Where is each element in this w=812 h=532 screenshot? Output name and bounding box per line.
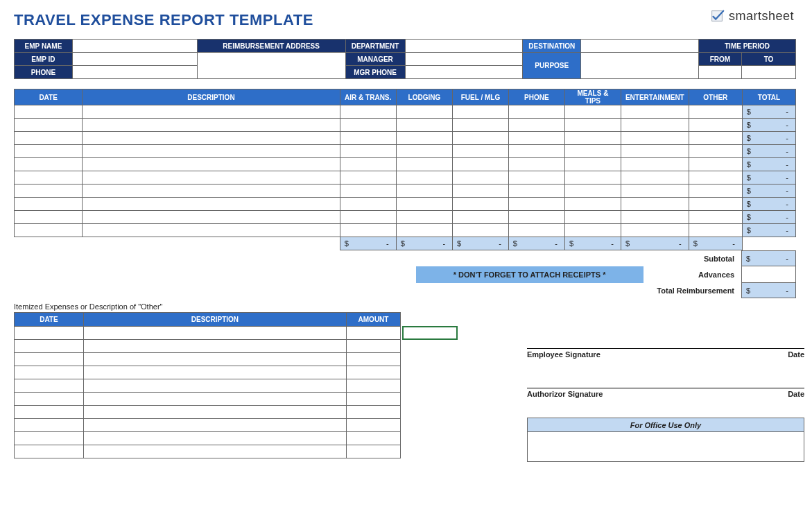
itemized-cell[interactable] bbox=[347, 445, 401, 458]
expense-cell[interactable] bbox=[621, 198, 689, 211]
expense-cell[interactable] bbox=[15, 105, 83, 119]
phone-field[interactable] bbox=[72, 66, 197, 79]
itemized-cell[interactable] bbox=[15, 366, 84, 379]
expense-cell[interactable] bbox=[396, 132, 452, 145]
expense-cell[interactable] bbox=[15, 119, 83, 132]
itemized-cell[interactable] bbox=[83, 393, 346, 406]
expense-cell[interactable] bbox=[689, 132, 742, 145]
expense-cell[interactable] bbox=[83, 224, 340, 237]
manager-field[interactable] bbox=[405, 53, 523, 66]
itemized-cell[interactable] bbox=[83, 327, 346, 340]
expense-cell[interactable] bbox=[689, 119, 742, 132]
itemized-cell[interactable] bbox=[347, 432, 401, 445]
expense-cell[interactable] bbox=[340, 224, 396, 237]
expense-cell[interactable] bbox=[340, 158, 396, 171]
itemized-cell[interactable] bbox=[83, 406, 346, 419]
expense-cell[interactable] bbox=[689, 105, 742, 119]
expense-cell[interactable] bbox=[564, 145, 621, 158]
expense-cell[interactable] bbox=[621, 119, 689, 132]
expense-cell[interactable] bbox=[396, 171, 452, 185]
to-field[interactable] bbox=[741, 66, 795, 79]
itemized-cell[interactable] bbox=[347, 353, 401, 366]
expense-cell[interactable] bbox=[564, 198, 621, 211]
expense-cell[interactable] bbox=[508, 198, 564, 211]
itemized-cell[interactable] bbox=[83, 366, 346, 379]
expense-cell[interactable] bbox=[453, 185, 509, 198]
expense-cell[interactable] bbox=[508, 171, 564, 185]
expense-cell[interactable] bbox=[15, 145, 83, 158]
expense-cell[interactable] bbox=[508, 185, 564, 198]
itemized-cell[interactable] bbox=[15, 419, 84, 432]
expense-cell[interactable] bbox=[621, 105, 689, 119]
itemized-cell[interactable] bbox=[347, 327, 401, 340]
expense-cell[interactable] bbox=[15, 132, 83, 145]
expense-cell[interactable] bbox=[621, 145, 689, 158]
expense-cell[interactable] bbox=[83, 211, 340, 224]
expense-cell[interactable] bbox=[83, 171, 340, 185]
itemized-cell[interactable] bbox=[15, 445, 84, 458]
expense-cell[interactable] bbox=[83, 185, 340, 198]
itemized-cell[interactable] bbox=[347, 379, 401, 393]
expense-cell[interactable] bbox=[396, 211, 452, 224]
expense-cell[interactable] bbox=[564, 171, 621, 185]
expense-cell[interactable] bbox=[83, 158, 340, 171]
itemized-cell[interactable] bbox=[83, 379, 346, 393]
mgr-phone-field[interactable] bbox=[405, 66, 523, 79]
expense-cell[interactable] bbox=[621, 224, 689, 237]
expense-cell[interactable] bbox=[15, 185, 83, 198]
itemized-cell[interactable] bbox=[15, 340, 84, 353]
office-use-body[interactable] bbox=[528, 432, 804, 461]
emp-name-field[interactable] bbox=[72, 40, 197, 53]
itemized-cell[interactable] bbox=[83, 340, 346, 353]
itemized-cell[interactable] bbox=[347, 340, 401, 353]
expense-cell[interactable] bbox=[689, 224, 742, 237]
expense-cell[interactable] bbox=[564, 185, 621, 198]
expense-cell[interactable] bbox=[340, 105, 396, 119]
expense-cell[interactable] bbox=[396, 198, 452, 211]
expense-cell[interactable] bbox=[689, 198, 742, 211]
itemized-cell[interactable] bbox=[83, 432, 346, 445]
destination-field[interactable] bbox=[581, 40, 699, 53]
expense-cell[interactable] bbox=[340, 119, 396, 132]
expense-cell[interactable] bbox=[340, 145, 396, 158]
expense-cell[interactable] bbox=[83, 105, 340, 119]
expense-cell[interactable] bbox=[396, 105, 452, 119]
expense-cell[interactable] bbox=[564, 132, 621, 145]
expense-cell[interactable] bbox=[453, 119, 509, 132]
itemized-cell[interactable] bbox=[83, 445, 346, 458]
expense-cell[interactable] bbox=[396, 158, 452, 171]
expense-cell[interactable] bbox=[340, 211, 396, 224]
expense-cell[interactable] bbox=[340, 171, 396, 185]
expense-cell[interactable] bbox=[83, 132, 340, 145]
expense-cell[interactable] bbox=[508, 105, 564, 119]
expense-cell[interactable] bbox=[83, 119, 340, 132]
expense-cell[interactable] bbox=[453, 198, 509, 211]
itemized-cell[interactable] bbox=[15, 406, 84, 419]
reimb-addr-field[interactable] bbox=[197, 53, 345, 79]
expense-cell[interactable] bbox=[15, 211, 83, 224]
itemized-cell[interactable] bbox=[347, 419, 401, 432]
purpose-field[interactable] bbox=[581, 53, 699, 79]
expense-cell[interactable] bbox=[689, 158, 742, 171]
expense-cell[interactable] bbox=[83, 198, 340, 211]
expense-cell[interactable] bbox=[564, 105, 621, 119]
expense-cell[interactable] bbox=[689, 171, 742, 185]
expense-cell[interactable] bbox=[508, 224, 564, 237]
expense-cell[interactable] bbox=[508, 145, 564, 158]
itemized-cell[interactable] bbox=[83, 353, 346, 366]
expense-cell[interactable] bbox=[396, 224, 452, 237]
expense-cell[interactable] bbox=[340, 132, 396, 145]
expense-cell[interactable] bbox=[508, 158, 564, 171]
expense-cell[interactable] bbox=[453, 132, 509, 145]
expense-cell[interactable] bbox=[15, 198, 83, 211]
expense-cell[interactable] bbox=[396, 119, 452, 132]
expense-cell[interactable] bbox=[689, 145, 742, 158]
expense-cell[interactable] bbox=[396, 145, 452, 158]
expense-cell[interactable] bbox=[15, 158, 83, 171]
itemized-cell[interactable] bbox=[347, 366, 401, 379]
expense-cell[interactable] bbox=[689, 211, 742, 224]
department-field[interactable] bbox=[405, 40, 523, 53]
expense-cell[interactable] bbox=[453, 145, 509, 158]
expense-cell[interactable] bbox=[564, 211, 621, 224]
expense-cell[interactable] bbox=[621, 185, 689, 198]
